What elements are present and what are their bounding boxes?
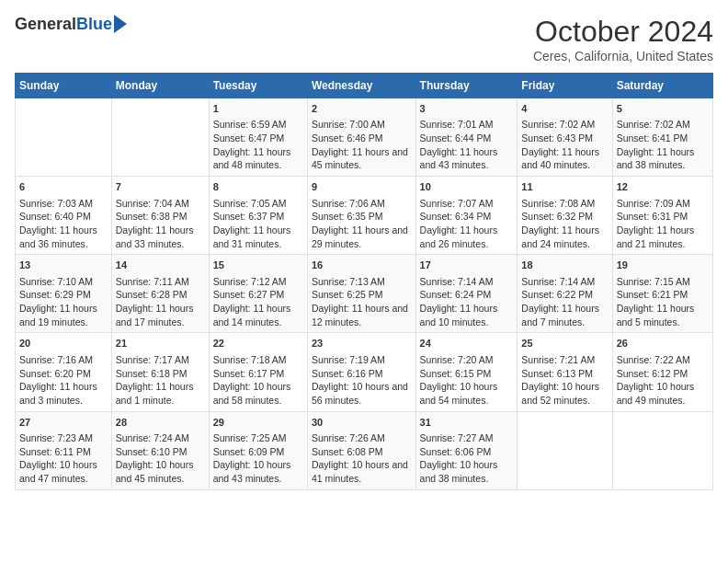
col-wednesday: Wednesday: [307, 74, 415, 98]
sunrise-text: Sunrise: 7:24 AMSunset: 6:10 PMDaylight:…: [116, 432, 194, 484]
calendar-cell: [612, 411, 712, 489]
calendar-cell: 20Sunrise: 7:16 AMSunset: 6:20 PMDayligh…: [16, 333, 112, 411]
calendar-cell: 8Sunrise: 7:05 AMSunset: 6:37 PMDaylight…: [209, 177, 307, 255]
day-number: 5: [617, 102, 709, 116]
day-number: 10: [420, 180, 514, 194]
calendar-cell: 7Sunrise: 7:04 AMSunset: 6:38 PMDaylight…: [111, 177, 209, 255]
day-number: 15: [213, 259, 303, 272]
calendar-cell: 13Sunrise: 7:10 AMSunset: 6:29 PMDayligh…: [16, 255, 112, 333]
calendar-cell: 9Sunrise: 7:06 AMSunset: 6:35 PMDaylight…: [307, 177, 415, 255]
sunrise-text: Sunrise: 7:26 AMSunset: 6:08 PMDaylight:…: [312, 432, 408, 484]
sunrise-text: Sunrise: 7:07 AMSunset: 6:34 PMDaylight:…: [420, 198, 498, 249]
sunrise-text: Sunrise: 7:15 AMSunset: 6:21 PMDaylight:…: [617, 276, 695, 327]
sunrise-text: Sunrise: 7:19 AMSunset: 6:16 PMDaylight:…: [312, 354, 408, 406]
calendar-cell: 4Sunrise: 7:02 AMSunset: 6:43 PMDaylight…: [518, 98, 612, 177]
calendar-cell: 10Sunrise: 7:07 AMSunset: 6:34 PMDayligh…: [415, 177, 518, 255]
calendar-cell: 19Sunrise: 7:15 AMSunset: 6:21 PMDayligh…: [612, 255, 712, 333]
calendar-cell: 14Sunrise: 7:11 AMSunset: 6:28 PMDayligh…: [111, 255, 209, 333]
sunrise-text: Sunrise: 7:20 AMSunset: 6:15 PMDaylight:…: [420, 354, 498, 406]
sunrise-text: Sunrise: 7:01 AMSunset: 6:44 PMDaylight:…: [420, 119, 498, 170]
day-number: 30: [312, 416, 412, 430]
calendar-cell: 3Sunrise: 7:01 AMSunset: 6:44 PMDaylight…: [415, 98, 518, 177]
calendar-week-1: 1Sunrise: 6:59 AMSunset: 6:47 PMDaylight…: [16, 98, 713, 177]
sunrise-text: Sunrise: 7:03 AMSunset: 6:40 PMDaylight:…: [19, 198, 97, 249]
calendar-cell: 11Sunrise: 7:08 AMSunset: 6:32 PMDayligh…: [518, 177, 612, 255]
sunrise-text: Sunrise: 7:06 AMSunset: 6:35 PMDaylight:…: [312, 198, 408, 249]
day-number: 6: [19, 180, 108, 194]
sunrise-text: Sunrise: 7:23 AMSunset: 6:11 PMDaylight:…: [19, 432, 97, 484]
logo-blue-text: Blue: [76, 15, 112, 34]
calendar-cell: 27Sunrise: 7:23 AMSunset: 6:11 PMDayligh…: [16, 411, 112, 489]
sunrise-text: Sunrise: 7:16 AMSunset: 6:20 PMDaylight:…: [19, 354, 97, 406]
calendar-cell: 29Sunrise: 7:25 AMSunset: 6:09 PMDayligh…: [209, 411, 307, 489]
calendar-cell: 30Sunrise: 7:26 AMSunset: 6:08 PMDayligh…: [307, 411, 415, 489]
sunrise-text: Sunrise: 7:22 AMSunset: 6:12 PMDaylight:…: [617, 354, 695, 406]
day-number: 19: [617, 259, 709, 272]
title-area: October 2024 Ceres, California, United S…: [533, 15, 713, 63]
page-container: General Blue October 2024 Ceres, Califor…: [0, 0, 728, 498]
logo-general-text: General: [15, 15, 76, 34]
sunrise-text: Sunrise: 7:05 AMSunset: 6:37 PMDaylight:…: [213, 198, 291, 249]
calendar-cell: 15Sunrise: 7:12 AMSunset: 6:27 PMDayligh…: [209, 255, 307, 333]
calendar-cell: 26Sunrise: 7:22 AMSunset: 6:12 PMDayligh…: [612, 333, 712, 411]
calendar-cell: 17Sunrise: 7:14 AMSunset: 6:24 PMDayligh…: [415, 255, 518, 333]
calendar-cell: 25Sunrise: 7:21 AMSunset: 6:13 PMDayligh…: [518, 333, 612, 411]
day-number: 18: [521, 259, 608, 272]
day-number: 9: [312, 180, 412, 194]
sunrise-text: Sunrise: 7:27 AMSunset: 6:06 PMDaylight:…: [420, 432, 498, 484]
calendar-cell: 31Sunrise: 7:27 AMSunset: 6:06 PMDayligh…: [415, 411, 518, 489]
sunrise-text: Sunrise: 7:12 AMSunset: 6:27 PMDaylight:…: [213, 276, 291, 327]
sunrise-text: Sunrise: 7:04 AMSunset: 6:38 PMDaylight:…: [116, 198, 194, 249]
day-number: 13: [19, 259, 108, 272]
day-number: 23: [312, 337, 412, 350]
calendar-cell: [111, 98, 209, 177]
col-saturday: Saturday: [612, 74, 712, 98]
header: General Blue October 2024 Ceres, Califor…: [15, 15, 713, 63]
sunrise-text: Sunrise: 7:09 AMSunset: 6:31 PMDaylight:…: [617, 198, 695, 249]
location-text: Ceres, California, United States: [533, 49, 713, 63]
sunrise-text: Sunrise: 7:14 AMSunset: 6:24 PMDaylight:…: [420, 276, 498, 327]
calendar-cell: 22Sunrise: 7:18 AMSunset: 6:17 PMDayligh…: [209, 333, 307, 411]
col-sunday: Sunday: [16, 74, 112, 98]
calendar-cell: 12Sunrise: 7:09 AMSunset: 6:31 PMDayligh…: [612, 177, 712, 255]
day-number: 2: [312, 102, 412, 116]
day-number: 31: [420, 416, 514, 430]
sunrise-text: Sunrise: 7:08 AMSunset: 6:32 PMDaylight:…: [521, 198, 599, 249]
calendar-week-3: 13Sunrise: 7:10 AMSunset: 6:29 PMDayligh…: [16, 255, 713, 333]
sunrise-text: Sunrise: 6:59 AMSunset: 6:47 PMDaylight:…: [213, 119, 291, 170]
calendar-cell: 6Sunrise: 7:03 AMSunset: 6:40 PMDaylight…: [16, 177, 112, 255]
col-tuesday: Tuesday: [209, 74, 307, 98]
sunrise-text: Sunrise: 7:00 AMSunset: 6:46 PMDaylight:…: [312, 119, 408, 170]
calendar-cell: 16Sunrise: 7:13 AMSunset: 6:25 PMDayligh…: [307, 255, 415, 333]
calendar-cell: 21Sunrise: 7:17 AMSunset: 6:18 PMDayligh…: [111, 333, 209, 411]
day-number: 12: [617, 180, 709, 194]
header-row: Sunday Monday Tuesday Wednesday Thursday…: [16, 74, 713, 98]
calendar-week-4: 20Sunrise: 7:16 AMSunset: 6:20 PMDayligh…: [16, 333, 713, 411]
sunrise-text: Sunrise: 7:11 AMSunset: 6:28 PMDaylight:…: [116, 276, 194, 327]
sunrise-text: Sunrise: 7:13 AMSunset: 6:25 PMDaylight:…: [312, 276, 408, 327]
sunrise-text: Sunrise: 7:10 AMSunset: 6:29 PMDaylight:…: [19, 276, 97, 327]
day-number: 7: [116, 180, 205, 194]
col-friday: Friday: [518, 74, 612, 98]
day-number: 8: [213, 180, 303, 194]
sunrise-text: Sunrise: 7:25 AMSunset: 6:09 PMDaylight:…: [213, 432, 291, 484]
col-monday: Monday: [111, 74, 209, 98]
calendar-week-2: 6Sunrise: 7:03 AMSunset: 6:40 PMDaylight…: [16, 177, 713, 255]
day-number: 4: [521, 102, 608, 116]
day-number: 3: [420, 102, 514, 116]
calendar-cell: 5Sunrise: 7:02 AMSunset: 6:41 PMDaylight…: [612, 98, 712, 177]
month-title: October 2024: [533, 15, 713, 49]
day-number: 28: [116, 416, 205, 430]
day-number: 22: [213, 337, 303, 350]
day-number: 14: [116, 259, 205, 272]
day-number: 21: [116, 337, 205, 350]
day-number: 24: [420, 337, 514, 350]
day-number: 26: [617, 337, 709, 350]
calendar-cell: 24Sunrise: 7:20 AMSunset: 6:15 PMDayligh…: [415, 333, 518, 411]
sunrise-text: Sunrise: 7:14 AMSunset: 6:22 PMDaylight:…: [521, 276, 599, 327]
calendar-cell: [16, 98, 112, 177]
sunrise-text: Sunrise: 7:02 AMSunset: 6:43 PMDaylight:…: [521, 119, 599, 170]
day-number: 29: [213, 416, 303, 430]
calendar-cell: 28Sunrise: 7:24 AMSunset: 6:10 PMDayligh…: [111, 411, 209, 489]
day-number: 27: [19, 416, 108, 430]
